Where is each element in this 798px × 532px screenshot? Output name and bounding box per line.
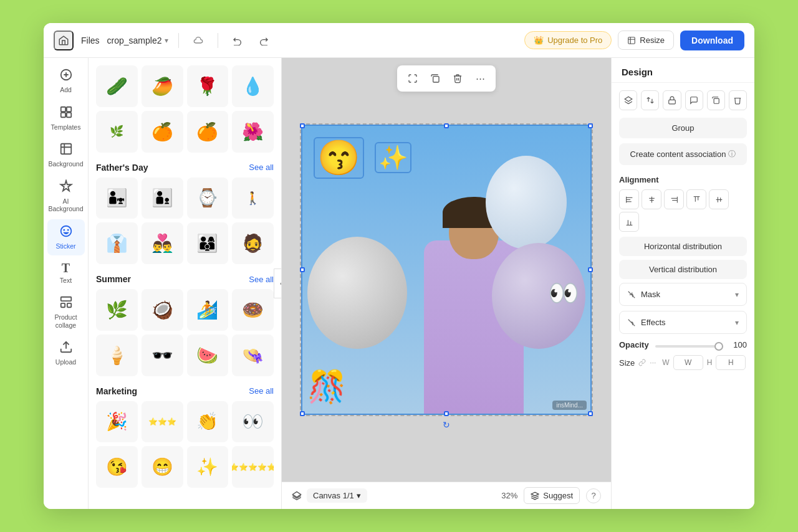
align-bottom-button[interactable] [619, 212, 639, 232]
sticker-item[interactable]: 🍦 [96, 335, 138, 376]
content-association-button[interactable]: Create content association ⓘ [619, 143, 747, 165]
fathers-day-see-all[interactable]: See all [249, 163, 274, 172]
undo-button[interactable] [228, 31, 247, 50]
sticker-item[interactable]: 🌺 [232, 111, 274, 153]
emoji-face-sticker[interactable]: 😙 [314, 137, 364, 179]
sticker-item[interactable]: 🎉 [96, 401, 138, 443]
summer-see-all[interactable]: See all [249, 275, 274, 284]
redo-button[interactable] [254, 31, 273, 50]
mask-header[interactable]: Mask ▾ [620, 283, 746, 305]
sticker-item[interactable]: ⭐⭐⭐ [142, 401, 183, 443]
layers-icon-button[interactable] [619, 90, 637, 110]
sidebar-item-product-collage[interactable]: Product collage [47, 290, 85, 334]
opacity-slider[interactable] [655, 345, 723, 348]
delete-icon-button[interactable] [729, 90, 747, 110]
sticker-item[interactable]: 👒 [232, 335, 274, 376]
help-button[interactable]: ? [586, 488, 601, 503]
group-button[interactable]: Group [619, 118, 747, 138]
suggest-button[interactable]: Suggest [524, 487, 580, 504]
sticker-item[interactable]: 👀 [232, 401, 274, 443]
align-left-button[interactable] [619, 189, 639, 209]
sticker-item[interactable]: 👨‍❤️‍👨 [142, 222, 183, 264]
balloon-left [307, 237, 407, 349]
stars-sticker[interactable]: ✨ [375, 142, 411, 173]
sticker-item[interactable]: 🕶️ [142, 335, 183, 376]
sidebar-item-background-label: Background [48, 160, 83, 168]
size-section: Size ··· W H [619, 355, 747, 370]
canvas-fit-button[interactable] [403, 69, 422, 88]
marketing-title: Marketing [96, 386, 137, 396]
effects-header[interactable]: Effects ▾ [620, 311, 746, 333]
sticker-item[interactable]: 🌹 [187, 65, 229, 107]
panel-scroll-content: 🥒 🥭 🌹 💧 🌿 🍊 🍊 🌺 Father's Day See all [89, 58, 281, 509]
sticker-item[interactable]: 😘 [96, 446, 138, 488]
sticker-item[interactable]: 👨‍👧 [96, 178, 138, 219]
sticker-item[interactable]: 🏄 [187, 289, 229, 331]
sidebar-item-ai-background[interactable]: AI Background [47, 174, 85, 218]
layers-button[interactable] [292, 491, 302, 501]
sticker-item[interactable]: 🌿 [96, 111, 138, 153]
sticker-item[interactable]: 🧔 [232, 222, 274, 264]
canvas-delete-button[interactable] [448, 69, 467, 88]
sidebar-item-add-label: Add [60, 86, 72, 94]
comment-icon-button[interactable] [685, 90, 703, 110]
duplicate-icon-button[interactable] [707, 90, 725, 110]
svg-point-7 [63, 229, 65, 231]
size-h-input[interactable] [716, 355, 746, 370]
sidebar-item-add[interactable]: Add [47, 63, 85, 99]
svg-rect-3 [66, 107, 70, 111]
panel-collapse-button[interactable]: ‹ [274, 268, 282, 298]
canvas-more-button[interactable]: ⋯ [471, 69, 489, 88]
sticker-item[interactable]: 🥥 [142, 289, 183, 331]
sticker-item[interactable]: 👔 [96, 222, 138, 264]
files-nav[interactable]: Files [81, 36, 100, 45]
sticker-item[interactable]: ⭐⭐⭐⭐⭐ [232, 446, 274, 488]
sticker-item[interactable]: 👨‍👦 [142, 178, 183, 219]
flip-icon-button[interactable] [641, 90, 659, 110]
sticker-item[interactable]: 🍉 [187, 335, 229, 376]
sticker-item[interactable]: 😁 [142, 446, 183, 488]
marketing-see-all[interactable]: See all [249, 386, 274, 396]
sticker-item[interactable]: 🚶 [232, 178, 274, 219]
sticker-item[interactable]: 💧 [232, 65, 274, 107]
home-button[interactable] [54, 31, 74, 50]
svg-rect-11 [67, 303, 70, 307]
canvas-image-wrapper[interactable]: 👀 😙 ✨ 🎊 insMind... [300, 123, 593, 416]
size-w-input[interactable] [673, 355, 703, 370]
canvas-duplicate-button[interactable] [426, 69, 445, 88]
opacity-label: Opacity [619, 340, 649, 349]
sidebar-item-upload[interactable]: Upload [47, 335, 85, 371]
sticker-item[interactable]: 🍊 [142, 111, 183, 153]
sticker-item[interactable]: ⌚ [187, 178, 229, 219]
size-more-button[interactable]: ··· [650, 358, 656, 367]
filename-chevron: ▾ [165, 36, 168, 45]
canvas-image: 👀 😙 ✨ 🎊 insMind... [301, 125, 592, 415]
sidebar-item-text[interactable]: T Text [47, 257, 85, 290]
resize-button[interactable]: Resize [618, 31, 674, 50]
sticker-item[interactable]: 🍊 [187, 111, 229, 153]
lock-icon-button[interactable] [663, 90, 681, 110]
align-right-button[interactable] [664, 189, 684, 209]
sticker-item[interactable]: 👨‍👩‍👦 [187, 222, 229, 264]
download-button[interactable]: Download [680, 31, 744, 50]
upgrade-button[interactable]: 👑 Upgrade to Pro [524, 31, 612, 49]
sticker-item[interactable]: 👏 [187, 401, 229, 443]
align-center-h-button[interactable] [642, 189, 661, 209]
vertical-distribution-button[interactable]: Vertical distribution [619, 260, 747, 279]
rotate-handle[interactable]: ↻ [443, 420, 450, 430]
align-middle-v-button[interactable] [709, 189, 729, 209]
sticker-item[interactable]: 🥭 [142, 65, 183, 107]
svg-rect-13 [433, 77, 439, 82]
sidebar-item-background[interactable]: Background [47, 137, 85, 173]
sticker-item[interactable]: 🍩 [232, 289, 274, 331]
horizontal-distribution-button[interactable]: Horizontal distribution [619, 237, 747, 256]
sidebar-item-sticker[interactable]: Sticker [47, 219, 85, 255]
sidebar-item-templates[interactable]: Templates [47, 100, 85, 136]
sticker-item[interactable]: ✨ [187, 446, 229, 488]
sticker-item[interactable]: 🥒 [96, 65, 138, 107]
cloud-sync-button[interactable] [189, 31, 208, 50]
canvas-name-tag[interactable]: Canvas 1/1 ▾ [307, 488, 367, 503]
align-top-button[interactable] [686, 189, 706, 209]
filename-area[interactable]: crop_sample2 ▾ [107, 36, 168, 45]
sticker-item[interactable]: 🌿 [96, 289, 138, 331]
